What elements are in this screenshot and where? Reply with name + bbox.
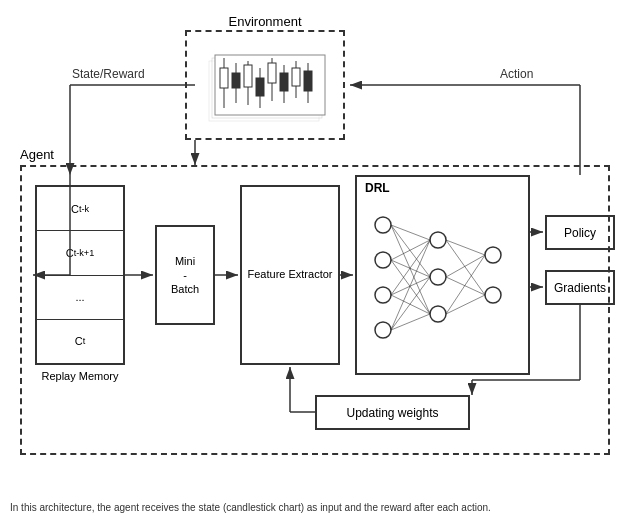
candlestick-chart <box>204 53 326 128</box>
svg-line-36 <box>391 295 430 314</box>
svg-line-42 <box>446 255 485 277</box>
svg-point-21 <box>375 287 391 303</box>
replay-cell-1: Ct-k <box>37 187 123 231</box>
minibatch-box: Mini-Batch <box>155 225 215 325</box>
svg-rect-10 <box>256 78 264 96</box>
svg-point-20 <box>375 252 391 268</box>
svg-line-40 <box>446 240 485 255</box>
policy-label: Policy <box>564 226 596 240</box>
svg-line-41 <box>446 240 485 295</box>
diagram-container: Environment <box>10 10 630 500</box>
svg-point-22 <box>375 322 391 338</box>
svg-rect-16 <box>292 68 300 86</box>
svg-point-27 <box>485 287 501 303</box>
svg-line-44 <box>446 255 485 314</box>
svg-line-43 <box>446 277 485 295</box>
state-reward-label: State/Reward <box>72 67 145 81</box>
neural-network-area <box>358 195 528 365</box>
svg-rect-8 <box>244 65 252 87</box>
feature-label: Feature Extractor <box>248 267 333 282</box>
agent-label: Agent <box>20 147 54 162</box>
svg-rect-6 <box>232 73 240 88</box>
replay-cell-2: Ct-k+1 <box>37 231 123 275</box>
gradients-label: Gradients <box>554 281 606 295</box>
svg-rect-18 <box>304 71 312 91</box>
updating-label: Updating weights <box>346 406 438 420</box>
svg-rect-14 <box>280 73 288 91</box>
replay-cell-4: Ct <box>37 320 123 363</box>
svg-point-23 <box>430 232 446 248</box>
replay-memory-box: Ct-k Ct-k+1 ... Ct <box>35 185 125 365</box>
neural-network-svg <box>358 195 528 365</box>
feature-extractor-box: Feature Extractor <box>240 185 340 365</box>
svg-point-19 <box>375 217 391 233</box>
environment-label: Environment <box>229 14 302 29</box>
svg-point-26 <box>485 247 501 263</box>
updating-weights-box: Updating weights <box>315 395 470 430</box>
svg-point-25 <box>430 306 446 322</box>
environment-box: Environment <box>185 30 345 140</box>
replay-cell-3: ... <box>37 276 123 320</box>
minibatch-label: Mini-Batch <box>171 254 199 297</box>
action-label: Action <box>500 67 533 81</box>
svg-line-31 <box>391 240 430 260</box>
gradients-box: Gradients <box>545 270 615 305</box>
caption: In this architecture, the agent receives… <box>10 501 630 515</box>
svg-point-24 <box>430 269 446 285</box>
policy-box: Policy <box>545 215 615 250</box>
replay-label: Replay Memory <box>35 370 125 382</box>
svg-rect-12 <box>268 63 276 83</box>
chart-area <box>200 57 330 132</box>
svg-rect-4 <box>220 68 228 88</box>
